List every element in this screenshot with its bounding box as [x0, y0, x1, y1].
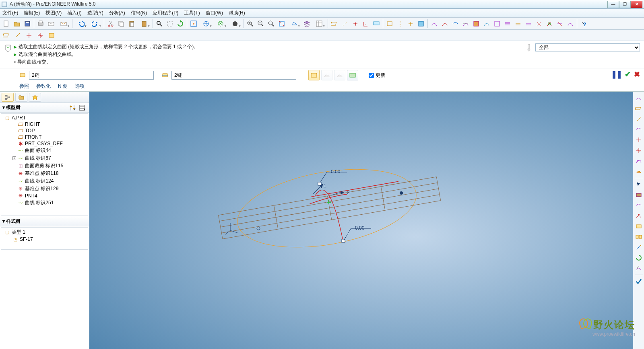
menu-tools[interactable]: 工具(T): [184, 10, 200, 16]
view-manager-button[interactable]: [312, 19, 326, 29]
tree-show-button[interactable]: [78, 104, 87, 112]
appearance-button[interactable]: [228, 19, 242, 29]
close-button[interactable]: ✕: [631, 1, 642, 8]
menu-app[interactable]: 应用程序(P): [153, 10, 178, 16]
style-x1[interactable]: [534, 19, 544, 29]
tree-item[interactable]: 〰曲线 标识251: [1, 199, 88, 207]
redo-button[interactable]: [89, 19, 102, 29]
menu-window[interactable]: 窗口(W): [206, 10, 223, 16]
email-button[interactable]: [46, 19, 56, 29]
menu-view[interactable]: 视图(V): [45, 10, 62, 16]
style-curve-10[interactable]: [524, 19, 533, 29]
display-style-button[interactable]: [287, 19, 301, 29]
tree-item[interactable]: TOP: [1, 127, 88, 134]
update-checkbox-input[interactable]: [369, 73, 374, 78]
menu-help[interactable]: 帮助(H): [229, 10, 245, 16]
datum-tool-5[interactable]: [47, 31, 56, 40]
tree-item[interactable]: ✳PNT4: [1, 193, 88, 199]
csys-disp-button[interactable]: [416, 19, 426, 29]
zoom-fit-button[interactable]: [266, 19, 276, 29]
select-button[interactable]: [165, 19, 175, 29]
style-curve-9[interactable]: [513, 19, 523, 29]
dash-tab-param[interactable]: 参数化: [36, 83, 51, 90]
copy-button[interactable]: [116, 19, 126, 29]
style-curve-3[interactable]: [450, 19, 460, 29]
help-button[interactable]: ?: [579, 19, 588, 29]
style-offset-curve[interactable]: [634, 156, 644, 166]
style-ok[interactable]: [634, 277, 644, 286]
style-tree-item[interactable]: ◳SF-17: [1, 236, 88, 242]
style-edit-curve[interactable]: [634, 211, 644, 221]
datum-tool-4[interactable]: [35, 31, 45, 40]
graphics-canvas[interactable]: 0.00 0.00 1 2: [89, 92, 633, 349]
surface-type-4-button[interactable]: [347, 70, 358, 80]
menu-file[interactable]: 文件(F): [2, 10, 18, 16]
style-surface-tool[interactable]: [634, 166, 644, 176]
selection-filter-select[interactable]: 全部: [535, 43, 640, 51]
datum-csys-button[interactable]: [361, 19, 371, 29]
maximize-button[interactable]: ❐: [619, 1, 631, 8]
folder-tab[interactable]: [15, 93, 27, 102]
email-drop-button[interactable]: [57, 19, 70, 29]
style-x4[interactable]: [566, 19, 575, 29]
orient-button[interactable]: [199, 19, 213, 29]
paste-button[interactable]: [127, 19, 136, 29]
menu-analysis[interactable]: 分析(A): [109, 10, 125, 16]
tree-item[interactable]: ✳基准点 标识118: [1, 170, 88, 177]
tree-item[interactable]: ◫曲面裁剪 标识115: [1, 162, 88, 170]
model-tree[interactable]: ▢A.PRT RIGHT TOP FRONT ✱PRT_CSYS_DEF 〰曲面…: [1, 113, 88, 216]
style-free-curve[interactable]: [634, 93, 644, 103]
style-x2[interactable]: [545, 19, 554, 29]
minimize-button[interactable]: —: [607, 1, 619, 8]
update-checkbox[interactable]: 更新: [369, 72, 385, 79]
tree-item[interactable]: +〰曲线 标识67: [1, 154, 88, 162]
menu-style[interactable]: 造型(Y): [87, 10, 103, 16]
style-point-tool[interactable]: [634, 135, 644, 145]
datum-tool-1[interactable]: [2, 31, 11, 40]
favorites-tab[interactable]: [29, 93, 41, 102]
plane-disp-button[interactable]: [385, 19, 394, 29]
paste-special-button[interactable]: [137, 19, 151, 29]
surface-type-3-button[interactable]: [334, 70, 345, 80]
datum-point-button[interactable]: [351, 19, 360, 29]
select-arrow[interactable]: [634, 180, 644, 189]
datum-axis-button[interactable]: [340, 19, 350, 29]
datum-tool-3[interactable]: [24, 31, 34, 40]
open-button[interactable]: [12, 19, 22, 29]
dash-tab-ref[interactable]: 参照: [19, 83, 29, 90]
menu-info[interactable]: 信息(N): [131, 10, 147, 16]
dash-tab-nside[interactable]: N 侧: [58, 83, 68, 90]
axis-disp-button[interactable]: [395, 19, 405, 29]
spin-center-button[interactable]: [189, 19, 198, 29]
tree-item[interactable]: 〰曲面 标识44: [1, 147, 88, 154]
primary-chain-input[interactable]: [29, 71, 154, 80]
style-planar-curve[interactable]: [634, 104, 644, 113]
style-cos-curve[interactable]: [634, 114, 644, 124]
find-button[interactable]: [155, 19, 164, 29]
style-regen[interactable]: [634, 253, 644, 263]
undo-button[interactable]: [74, 19, 88, 29]
style-curve-4[interactable]: [461, 19, 471, 29]
save-button[interactable]: [23, 19, 32, 29]
surface-type-1-button[interactable]: [308, 70, 320, 80]
pause-button[interactable]: ❚❚: [611, 70, 621, 79]
datum-plane-button[interactable]: [330, 19, 339, 29]
tree-item[interactable]: 〰曲线 标识124: [1, 177, 88, 185]
cut-button[interactable]: [106, 19, 116, 29]
tree-item[interactable]: ✳基准点 标识129: [1, 185, 88, 193]
tree-item[interactable]: FRONT: [1, 134, 88, 140]
regen-button[interactable]: [175, 19, 185, 29]
style-trim[interactable]: [634, 242, 644, 252]
style-curve-8[interactable]: [503, 19, 512, 29]
saved-views-button[interactable]: [214, 19, 227, 29]
new-button[interactable]: [2, 19, 11, 29]
style-curve-1[interactable]: [429, 19, 439, 29]
style-drop-curve[interactable]: [634, 125, 644, 134]
style-curve-6[interactable]: [482, 19, 491, 29]
zoom-in-button[interactable]: [246, 19, 255, 29]
accept-button[interactable]: ✔: [625, 70, 631, 79]
style-active-plane[interactable]: [634, 190, 644, 200]
style-curve-5[interactable]: [471, 19, 481, 29]
surface-type-2-button[interactable]: [321, 70, 332, 80]
style-csys-tool[interactable]: [634, 146, 644, 155]
